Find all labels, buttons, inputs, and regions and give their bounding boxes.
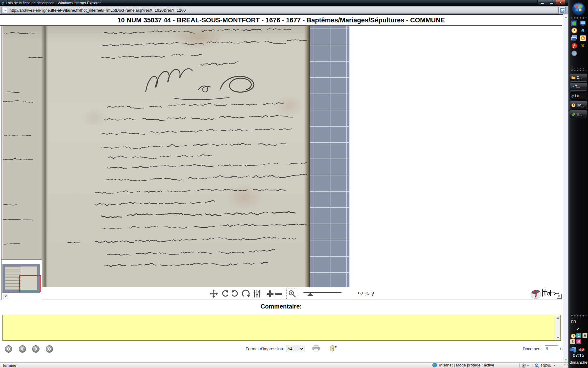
status-bar: Terminé Internet | Mode protégé : activé: [0, 362, 568, 368]
clock-date[interactable]: dimanche: [569, 360, 588, 365]
double-left-arrow-icon: [6, 347, 11, 351]
tray-volume-muted-icon[interactable]: [578, 347, 585, 353]
print-button[interactable]: [312, 345, 320, 352]
page-zoom-level[interactable]: 100%: [541, 363, 551, 368]
taskbar-button-label: T...: [575, 85, 580, 89]
address-bar: e http://archives-en-ligne.ille-et-vilai…: [0, 6, 568, 14]
exit-button[interactable]: [330, 345, 337, 352]
right-arrow-icon: [34, 347, 38, 351]
taskbar-button-label: C...: [577, 75, 582, 80]
quick-launch-windows-switcher-icon[interactable]: [571, 35, 577, 41]
security-zone: Internet | Mode protégé : activé: [432, 363, 494, 367]
comment-input[interactable]: [3, 315, 553, 340]
browser-scrollbar[interactable]: [563, 14, 569, 362]
print-format-select[interactable]: A4: [286, 346, 304, 352]
document-label: Document: [523, 347, 542, 351]
taskbar-button-bo[interactable]: Bo...: [570, 101, 587, 109]
separator-line: [0, 300, 562, 300]
chevron-down-icon[interactable]: [527, 365, 529, 366]
print-format-label: Format d'impression:: [246, 347, 284, 351]
logo-close-icon[interactable]: ✕: [557, 294, 562, 299]
rotate-ccw-icon: [221, 290, 229, 298]
taskbar-button-label: H...: [577, 112, 582, 117]
rotate-cw-button[interactable]: [231, 290, 239, 298]
taskbar-grip: [571, 315, 586, 317]
taskbar-button-h[interactable]: H...: [570, 110, 587, 118]
quick-launch-ie-icon[interactable]: e: [580, 27, 586, 33]
scroll-up-icon: [565, 17, 567, 18]
protected-mode-icon[interactable]: [522, 363, 526, 368]
quick-launch-clock-icon[interactable]: [571, 27, 577, 33]
title-bar[interactable]: e Lots de la fiche de description - Wind…: [0, 0, 568, 6]
window-controls: x: [537, 0, 565, 5]
tray-network-icon[interactable]: [570, 347, 577, 353]
nav-first-button[interactable]: [5, 345, 12, 353]
left-page-strip: [2, 26, 43, 287]
quick-launch-media-player-icon[interactable]: [580, 35, 586, 41]
ie-icon: e: [571, 84, 574, 89]
nav-prev-button[interactable]: [19, 345, 26, 353]
magnifier-tool-button[interactable]: [286, 289, 298, 299]
zoom-in-button[interactable]: [266, 290, 274, 298]
help-button[interactable]: ?: [371, 290, 374, 297]
nav-last-button[interactable]: [46, 345, 53, 353]
rotate-cw-icon: [231, 290, 239, 298]
left-arrow-icon: [21, 347, 24, 351]
clock-time[interactable]: 07:15: [569, 353, 588, 358]
chevron-down-icon[interactable]: [554, 365, 556, 366]
tray-badge-1[interactable]: 1: [576, 333, 581, 338]
thumbnail-view-rectangle[interactable]: [19, 275, 41, 292]
compatibility-view-button[interactable]: [559, 7, 566, 14]
zoom-out-button[interactable]: [275, 290, 283, 298]
language-indicator[interactable]: FR: [571, 320, 576, 324]
comment-scrollbar[interactable]: [555, 315, 560, 340]
rotate-reset-button[interactable]: [242, 289, 250, 298]
thumbnail-navigator[interactable]: ✕: [1, 259, 42, 300]
browser-window: e Lots de la fiche de description - Wind…: [0, 0, 568, 368]
screen: e Lots de la fiche de description - Wind…: [0, 0, 588, 368]
quick-launch-crown-icon[interactable]: ♛: [580, 43, 586, 49]
thumbnail-photo: [2, 264, 40, 293]
manuscript-image[interactable]: [2, 26, 349, 287]
rotate-ccw-button[interactable]: [221, 290, 229, 298]
comment-label: Commentaire:: [0, 303, 562, 310]
taskbar-button-lots-active[interactable]: e Lo...: [570, 92, 587, 100]
taskbar-button-c[interactable]: C...: [570, 74, 587, 82]
thot-logo: ✕: [529, 288, 562, 299]
taskbar: e f ♛ C... e T... e Lo...: [568, 0, 588, 368]
heading-bar: 10 NUM 35037 44 - BREAL-SOUS-MONTFORT - …: [0, 15, 562, 26]
ie-logo-icon: e: [2, 1, 4, 6]
tray-clock-icon[interactable]: [570, 333, 576, 339]
adjust-settings-button[interactable]: [253, 289, 261, 298]
quick-launch-desktop-icon[interactable]: [571, 20, 577, 26]
quick-launch-monitor-icon[interactable]: [580, 20, 586, 26]
pan-icon: [209, 289, 218, 298]
document-number-input[interactable]: [545, 345, 558, 352]
page-zoom-icon: [535, 363, 539, 368]
calibration-grid: [310, 26, 349, 287]
page-edge-shadow: [304, 26, 310, 287]
taskbar-button-t[interactable]: e T...: [570, 83, 587, 91]
tray-badge-a[interactable]: A: [582, 333, 587, 338]
clock-icon: [571, 103, 575, 107]
zoom-magnifier-icon: [288, 290, 296, 298]
close-button[interactable]: x: [556, 0, 565, 5]
nav-next-button[interactable]: [32, 345, 40, 353]
quick-launch-flash-icon[interactable]: f: [571, 43, 577, 49]
pan-tool-button[interactable]: [209, 289, 218, 298]
taskbar-button-label: Bo...: [577, 103, 584, 107]
tray-badge-m[interactable]: M: [576, 339, 581, 344]
minimize-button[interactable]: [538, 0, 547, 5]
resize-grip[interactable]: [564, 364, 568, 368]
thumbnail-close-button[interactable]: ✕: [3, 294, 8, 299]
scroll-down-icon: [557, 337, 559, 339]
address-input[interactable]: e http://archives-en-ligne.ille-et-vilai…: [1, 7, 559, 13]
rotate-reset-icon: [242, 289, 250, 298]
tray-chevron-icon[interactable]: <: [577, 327, 579, 332]
quick-launch-globe-icon[interactable]: [571, 50, 577, 56]
taskbar-grip: [571, 17, 586, 19]
tray-person-icon[interactable]: [570, 339, 575, 344]
start-button[interactable]: [571, 2, 586, 16]
restore-button[interactable]: [547, 0, 556, 5]
zoom-slider[interactable]: [303, 291, 342, 297]
